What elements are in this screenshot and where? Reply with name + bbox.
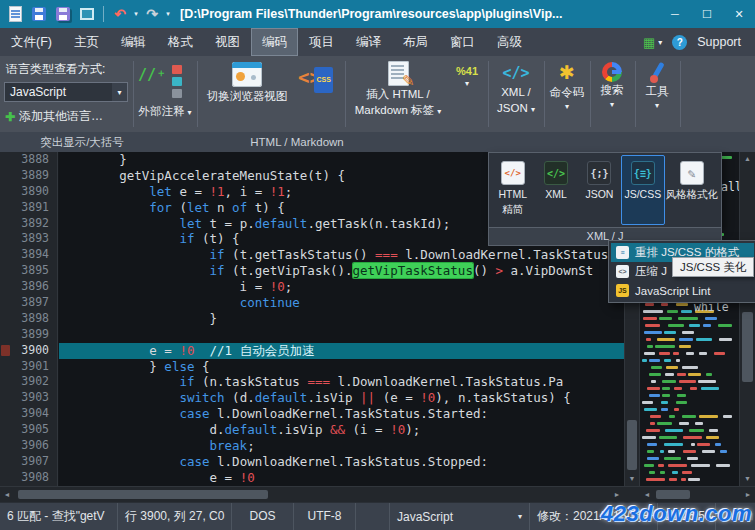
scroll-right-icon[interactable]: ► [741, 487, 755, 502]
maximize-button[interactable]: ☐ [691, 0, 723, 28]
line-number[interactable]: 3888 [0, 152, 57, 168]
xml-json-button[interactable]: </> XML / JSON ▾ [490, 62, 542, 115]
remove-comment-icon[interactable] [172, 65, 182, 74]
redo-dropdown[interactable]: ▾ [164, 10, 172, 18]
scroll-down-icon[interactable]: ▼ [625, 472, 639, 486]
scroll-down-icon[interactable]: ▼ [740, 472, 755, 486]
line-number[interactable]: 3903 [0, 390, 57, 406]
new-file-button[interactable] [3, 3, 27, 25]
gallery-item-jscss[interactable]: {≡}JS/CSS [621, 155, 664, 225]
minimap-dash [647, 457, 659, 460]
menubar-tab-4[interactable]: 格式 [157, 28, 204, 56]
status-cell-3[interactable]: DOS [232, 503, 294, 530]
add-language-button[interactable]: ✚ 添加其他语言… [5, 108, 103, 125]
line-number[interactable]: 3896 [0, 279, 57, 295]
language-combobox[interactable]: JavaScript ▾ [4, 82, 128, 102]
menubar-tab-2[interactable]: 主页 [63, 28, 110, 56]
status-cell-6[interactable]: JavaScript▾ [390, 503, 530, 530]
external-comment-button[interactable]: 外部注释 ▾ [134, 104, 196, 119]
menubar-tab-7[interactable]: 项目 [298, 28, 345, 56]
minimap-dash [703, 324, 711, 327]
minimap-dash [674, 408, 679, 411]
chevron-down-icon[interactable]: ▾ [112, 83, 127, 101]
jscss-format-icon: {≡} [631, 161, 655, 185]
close-button[interactable]: ✕ [723, 0, 755, 28]
save-all-button[interactable] [51, 3, 75, 25]
scrollbar-thumb[interactable] [627, 420, 637, 470]
undo-dropdown[interactable]: ▾ [132, 10, 140, 18]
line-number[interactable]: 3893 [0, 231, 57, 247]
minimap-dash [644, 464, 654, 467]
redo-button[interactable]: ↷ [140, 3, 164, 25]
line-number[interactable]: 3898 [0, 311, 57, 327]
scroll-right-icon[interactable]: ► [610, 487, 624, 502]
menubar-tab-10[interactable]: 窗口 [439, 28, 486, 56]
gallery-item-html[interactable]: </>HTML精简 [491, 155, 534, 225]
menubar-tab-8[interactable]: 编译 [345, 28, 392, 56]
line-number[interactable]: 3908 [0, 470, 57, 486]
line-number[interactable]: 3902 [0, 374, 57, 390]
insert-html-markdown-button[interactable]: 插入 HTML / Markdown 标签 ▾ [348, 61, 448, 117]
search-button[interactable]: 搜索 ▾ [591, 62, 633, 109]
editor-hscrollbar[interactable]: ◄ ► [0, 486, 624, 502]
line-number[interactable]: 3907 [0, 454, 57, 470]
gallery-item-json[interactable]: {;}JSON [578, 155, 621, 225]
line-number[interactable]: 3905 [0, 422, 57, 438]
menubar-tab-1[interactable]: 文件(F) [0, 28, 63, 56]
help-icon[interactable]: ? [672, 35, 687, 50]
line-number[interactable]: 3904 [0, 406, 57, 422]
scrollbar-thumb[interactable] [742, 312, 753, 382]
scroll-up-icon[interactable]: ▲ [740, 152, 755, 166]
line-number[interactable]: 3891 [0, 200, 57, 216]
minimap-hscrollbar[interactable]: ◄ ► [640, 486, 755, 502]
scroll-left-icon[interactable]: ◄ [640, 487, 654, 502]
comment-slashes-button[interactable]: //＋ [138, 66, 166, 84]
status-cell-4[interactable]: UTF-8 [294, 503, 356, 530]
scrollbar-thumb[interactable] [18, 490, 268, 499]
line-number[interactable]: 3889 [0, 168, 57, 184]
menubar-tab-6[interactable]: 编码 [251, 28, 298, 56]
gallery-item-style[interactable]: ✎风格格式化 [665, 155, 720, 225]
menubar-tab-5[interactable]: 视图 [204, 28, 251, 56]
minimap-dash [651, 380, 656, 383]
external-comment-label: 外部注释 [138, 105, 184, 117]
undo-button[interactable]: ↶ [108, 3, 132, 25]
minimap-dash [682, 366, 698, 369]
toggle-browser-view-button[interactable]: 切换浏览器视图 [200, 62, 294, 104]
menubar-tab-11[interactable]: 高级 [486, 28, 533, 56]
menu-item-3[interactable]: JSJavaScript Lint [611, 281, 754, 300]
minimap-vscrollbar[interactable]: ▲ ▼ [739, 152, 755, 486]
minimap-dash [709, 429, 718, 432]
status-cell-5[interactable] [356, 503, 390, 530]
line-number[interactable]: 3906 [0, 438, 57, 454]
tools-button[interactable]: 工具 ▾ [636, 62, 678, 110]
save-button[interactable] [27, 3, 51, 25]
support-link[interactable]: Support [697, 35, 741, 49]
html-css-button[interactable]: <>CSS ▾ [298, 65, 344, 89]
minimap-dash [681, 478, 686, 481]
plus-icon: ＋ [156, 67, 166, 78]
line-number[interactable]: 3895 [0, 263, 57, 279]
encode-button[interactable]: %41 ▾ [450, 65, 484, 88]
line-number-gutter[interactable]: 3888388938903891389238933894389538963897… [0, 152, 58, 486]
minimap-dash [672, 471, 677, 474]
line-number[interactable]: 3890 [0, 184, 57, 200]
gallery-item-xml[interactable]: </>XML [534, 155, 577, 225]
menubar-tab-3[interactable]: 编辑 [110, 28, 157, 56]
minimap-dash [643, 310, 662, 313]
scroll-left-icon[interactable]: ◄ [0, 487, 14, 502]
scrollbar-thumb[interactable] [656, 490, 690, 499]
menubar-tab-9[interactable]: 布局 [392, 28, 439, 56]
layout-grid-icon[interactable]: ▦▾ [643, 36, 662, 49]
line-number[interactable]: 3900 [0, 343, 57, 359]
line-number[interactable]: 3892 [0, 216, 57, 232]
command-code-button[interactable]: ✱ 命令码 ▾ [546, 62, 588, 111]
minimize-button[interactable]: ─ [659, 0, 691, 28]
line-number[interactable]: 3894 [0, 247, 57, 263]
comment-options-icon[interactable] [172, 89, 182, 98]
line-number[interactable]: 3897 [0, 295, 57, 311]
block-comment-icon[interactable] [172, 77, 182, 86]
line-number[interactable]: 3901 [0, 359, 57, 375]
view-panel-button[interactable] [75, 3, 99, 25]
line-number[interactable]: 3899 [0, 327, 57, 343]
